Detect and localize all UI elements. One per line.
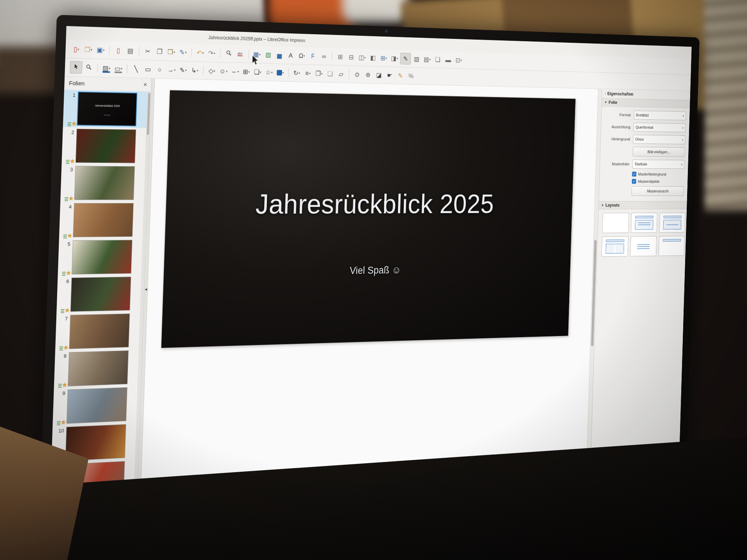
new-document-icon[interactable]: ▯▾ [70,43,82,55]
field-dropdown[interactable]: Ohne ▾ [633,135,686,144]
paste-icon[interactable]: ❒▾ [166,46,177,58]
duplicate-slide-icon[interactable]: ❏▾ [433,54,443,65]
toggle-extrusion-icon[interactable]: ◪▾ [374,70,384,81]
redo-icon[interactable]: ↷▾ [206,47,217,59]
gallery-icon[interactable]: ▤▾ [422,54,432,65]
slide-thumbnail[interactable]: ★ [74,166,135,200]
layout-blank[interactable] [602,213,629,233]
language-status[interactable]: Deutsch (Deutschland) [611,476,647,483]
slide-thumbnail-row[interactable]: 11 ★ [50,459,139,501]
rectangle-icon[interactable]: ▭▾ [142,63,154,75]
points-icon[interactable]: ⊙▾ [352,69,362,80]
field-dropdown[interactable]: Breitbild ▾ [634,110,686,120]
slide-thumbnail-row[interactable]: 2 ★ [61,127,149,164]
field-dropdown[interactable]: Querformat ▾ [633,122,686,132]
new-slide-icon[interactable]: ⊞▾ [379,52,389,64]
insert-chart-icon[interactable]: ▅▾ [274,49,285,61]
edit-points-icon[interactable]: ✎▾ [395,70,406,81]
checkbox-checked-icon[interactable]: ✓ [632,179,636,184]
save-icon[interactable]: ▣▾ [95,44,106,56]
slide-thumbnail-row[interactable]: 7 ★ [55,312,144,351]
slide-thumbnail[interactable]: ★ [70,276,131,312]
collapse-panel-arrow-icon[interactable]: ◂ [145,287,147,292]
layout-title-content-right[interactable] [659,213,685,233]
arrange-icon[interactable]: ❐▾ [314,68,324,79]
copy-icon[interactable]: ❐▾ [154,46,165,58]
snap-percent-icon[interactable]: %▾ [406,70,416,82]
dock-icon-files[interactable] [94,504,110,521]
draw-functions-icon[interactable]: ✎▾ [400,53,411,65]
slide-layout-icon[interactable]: ◨▾ [389,53,400,64]
insert-image-icon[interactable]: ▧▾ [263,49,274,61]
align-objects-icon[interactable]: ≡▾ [303,68,314,79]
checkbox-checked-icon[interactable]: ✓ [632,172,636,176]
slide-subtitle-text[interactable]: Viel Spaß ☺ [164,262,570,280]
slide-thumbnail-row[interactable]: 1 Jahresrückblick 2025 Viel Spaß ★ [63,90,151,128]
layout-title-two-content[interactable] [601,236,628,257]
special-character-icon[interactable]: Ω▾ [296,50,307,61]
slide-thumbnail-row[interactable]: 10 ★ [51,422,140,463]
sidebar-grip-icon[interactable]: ⁞ [605,91,605,96]
slide-thumbnail[interactable]: ★ [67,387,128,424]
layout-title-only[interactable] [659,236,685,256]
block-arrows-icon[interactable]: ⇔▾ [229,66,240,77]
edited-slide[interactable]: Jahresrückblick 2025 Viel Spaß ☺ [161,90,575,348]
slide-thumbnail[interactable]: Jahresrückblick 2025 Viel Spaß ★ [77,91,137,126]
spelling-icon[interactable]: abc▾ [235,48,246,60]
stars-banners-icon[interactable]: ☆▾ [263,66,274,78]
slide-canvas[interactable]: Jahresrückblick 2025 Viel Spaß ☺ [141,79,602,494]
insert-header-footer-icon[interactable]: ▬▾ [443,54,453,65]
clone-formatting-icon[interactable]: ✎▾ [177,46,189,58]
insert-image-button[interactable]: Bild einfügen... [633,147,685,157]
close-icon[interactable]: ✕ [143,82,147,88]
slide-thumbnail[interactable]: ★ [63,498,124,506]
media-icon[interactable]: ▨▾ [411,53,422,65]
undo-icon[interactable]: ↶▾ [195,47,206,59]
slide-thumbnail[interactable]: ★ [64,461,125,499]
display-grid-icon[interactable]: ⊞▾ [335,51,345,62]
insert-textbox-icon[interactable]: A▾ [285,50,296,61]
slide-thumbnail-row[interactable]: 6 ★ [56,275,144,314]
slide-thumbnail[interactable]: ★ [68,350,128,387]
slide-thumbnail[interactable]: ★ [65,424,126,461]
slide-thumbnail[interactable]: ★ [72,240,132,275]
slide-title-text[interactable]: Jahresrückblick 2025 [166,188,573,220]
3d-objects-icon[interactable]: ▾ [275,67,286,78]
slide-thumbnail-row[interactable]: 4 ★ [59,201,147,239]
fontwork-icon[interactable]: F▾ [308,50,319,61]
fill-color-icon[interactable]: ▨▾ [100,62,112,74]
snap-guides-icon[interactable]: ⊟▾ [346,51,356,63]
slide-thumbnail-row[interactable]: 5 ★ [58,238,146,276]
hyperlink-icon[interactable]: ∞▾ [319,51,330,62]
basic-shapes-icon[interactable]: ◇▾ [206,65,217,77]
find-replace-icon[interactable]: ▾ [223,48,234,60]
dock-icon-settings[interactable] [169,500,185,517]
layout-centered-text[interactable] [630,236,657,256]
section-layouts[interactable]: ▼ Layouts [599,201,687,210]
slide-thumbnail-row[interactable]: 8 ★ [54,348,142,388]
master-view-button[interactable]: Masteransicht [631,186,684,196]
open-icon[interactable]: ❒▾ [82,44,94,56]
ellipse-icon[interactable]: ○▾ [154,64,165,75]
export-pdf-icon[interactable]: ▯▾ [112,44,124,56]
line-color-icon[interactable]: ▭▾ [112,63,124,74]
master-slide-icon[interactable]: ◧▾ [368,52,378,63]
cut-icon[interactable]: ✂▾ [142,46,154,57]
slide-properties-icon[interactable]: ⊡▾ [454,55,464,66]
zoom-icon[interactable]: ▾ [83,62,95,74]
display-views-icon[interactable]: ◫▾ [357,52,367,63]
gluepoints-icon[interactable]: ⊚▾ [363,69,373,80]
interaction-icon[interactable]: ☛▾ [384,70,395,81]
transformations-icon[interactable]: ↻▾ [291,67,302,79]
slide-thumbnail[interactable]: ★ [69,313,130,349]
slide-thumbnail[interactable]: ★ [73,203,133,237]
dock-icon-impress[interactable] [193,498,209,515]
master-slide-tab[interactable]: Titelfolie [358,483,383,492]
shadow-icon[interactable]: ❏▾ [325,68,335,79]
print-icon[interactable]: ▤▾ [124,45,136,56]
slide-thumbnail-row[interactable]: 3 ★ [60,164,148,201]
select-icon[interactable]: ▾ [70,61,82,74]
connectors-icon[interactable]: ↳▾ [189,65,200,76]
slide-thumbnail[interactable]: ★ [75,129,136,163]
slide-thumbnail-row[interactable]: 9 ★ [53,385,141,426]
